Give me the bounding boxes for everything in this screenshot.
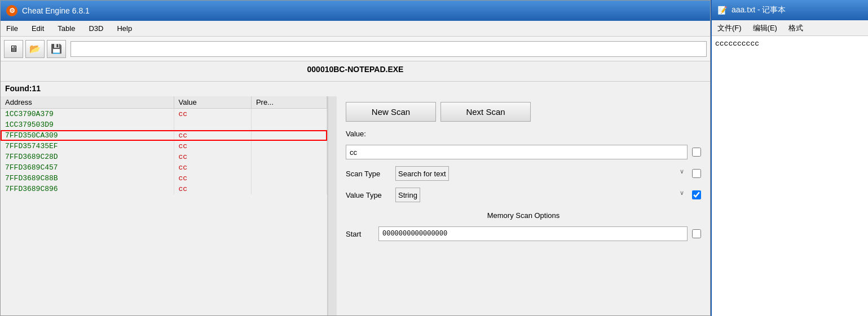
ce-icon: ⚙	[6, 5, 17, 16]
value-cell: cc	[174, 130, 251, 141]
value-type-label: Value Type	[346, 191, 391, 199]
value-cell: cc	[174, 141, 251, 152]
address-panel: Address Value Pre... 1CC3790A379cc1CC379…	[1, 96, 328, 315]
pre-cell	[251, 184, 327, 194]
value-type-checkbox-wrapper	[692, 190, 701, 199]
notepad-icon: 📝	[717, 6, 727, 15]
value-checkbox-wrapper	[692, 148, 701, 157]
table-row[interactable]: 7FFD3689C457cc	[1, 162, 327, 173]
col-address: Address	[1, 96, 174, 109]
address-cell: 7FFD3689C28D	[1, 152, 174, 162]
value-label: Value:	[346, 130, 391, 138]
value-cell	[174, 119, 251, 130]
notepad-menu-edit[interactable]: 编辑(E)	[751, 22, 779, 34]
menu-help[interactable]: Help	[114, 23, 134, 34]
pre-cell	[251, 173, 327, 184]
scan-type-checkbox[interactable]	[692, 169, 701, 178]
address-cell: 7FFD357435EF	[1, 141, 174, 152]
notepad-title-text: aaa.txt - 记事本	[732, 5, 786, 15]
value-type-select-wrapper: String	[395, 188, 688, 202]
value-checkbox[interactable]	[692, 148, 701, 157]
scan-type-checkbox-wrapper	[692, 169, 701, 178]
next-scan-button[interactable]: Next Scan	[440, 102, 531, 122]
value-cell: cc	[174, 162, 251, 173]
table-row[interactable]: 7FFD357435EFcc	[1, 141, 327, 152]
menu-table[interactable]: Table	[55, 23, 77, 34]
address-cell: 7FFD350CA309	[1, 130, 174, 141]
address-cell: 7FFD3689C88B	[1, 173, 174, 184]
start-checkbox[interactable]	[692, 229, 701, 238]
start-input[interactable]	[378, 226, 688, 241]
pre-cell	[251, 152, 327, 162]
scan-buttons: New Scan Next Scan	[346, 102, 701, 122]
start-label: Start	[346, 230, 374, 238]
value-type-row: Value Type String	[346, 188, 701, 202]
notepad-content: cccccccccc	[712, 36, 868, 316]
cheat-engine-window: ⚙ Cheat Engine 6.8.1 File Edit Table D3D…	[0, 0, 711, 316]
toolbar-open-file[interactable]: 📂	[25, 40, 45, 58]
scan-panel: New Scan Next Scan Value: Scan Type Sear…	[337, 96, 710, 315]
address-cell: 7FFD3689C896	[1, 184, 174, 194]
memory-scan-label: Memory Scan Options	[346, 211, 701, 220]
menu-edit[interactable]: Edit	[29, 23, 46, 34]
table-row[interactable]: 7FFD350CA309cc	[1, 130, 327, 141]
value-cell: cc	[174, 173, 251, 184]
notepad-menu-file[interactable]: 文件(F)	[715, 22, 744, 34]
address-cell: 1CC379503D9	[1, 119, 174, 130]
table-row[interactable]: 7FFD3689C88Bcc	[1, 173, 327, 184]
value-input-row	[346, 145, 701, 159]
list-scrollbar[interactable]	[328, 96, 337, 315]
value-type-select[interactable]: String	[395, 188, 420, 202]
table-row[interactable]: 1CC3790A379cc	[1, 109, 327, 120]
col-pre: Pre...	[251, 96, 327, 109]
ce-title-bar: ⚙ Cheat Engine 6.8.1	[1, 1, 710, 21]
value-cell: cc	[174, 152, 251, 162]
value-type-checkbox[interactable]	[692, 190, 701, 199]
value-input[interactable]	[346, 145, 688, 159]
ce-menu-bar: File Edit Table D3D Help	[1, 21, 710, 37]
start-checkbox-wrapper	[692, 229, 701, 238]
value-row: Value:	[346, 130, 701, 138]
value-cell: cc	[174, 184, 251, 194]
address-table: Address Value Pre... 1CC3790A379cc1CC379…	[1, 96, 327, 194]
toolbar-open-process[interactable]: 🖥	[4, 40, 23, 58]
process-title: 000010BC-NOTEPAD.EXE	[1, 61, 710, 82]
found-count: Found:11	[1, 82, 710, 96]
table-row[interactable]: 7FFD3689C896cc	[1, 184, 327, 194]
toolbar-save[interactable]: 💾	[47, 40, 66, 58]
col-value: Value	[174, 96, 251, 109]
notepad-window: 📝 aaa.txt - 记事本 文件(F) 编辑(E) 格式 ccccccccc…	[711, 0, 868, 316]
address-cell: 1CC3790A379	[1, 109, 174, 120]
scan-type-select-wrapper: Search for text	[395, 166, 688, 181]
ce-toolbar: 🖥 📂 💾	[1, 37, 710, 61]
address-cell: 7FFD3689C457	[1, 162, 174, 173]
pre-cell	[251, 119, 327, 130]
table-row[interactable]: 7FFD3689C28Dcc	[1, 152, 327, 162]
scan-type-select[interactable]: Search for text	[395, 166, 449, 181]
pre-cell	[251, 130, 327, 141]
start-row: Start	[346, 226, 701, 241]
scan-type-row: Scan Type Search for text	[346, 166, 701, 181]
scan-type-label: Scan Type	[346, 170, 391, 178]
pre-cell	[251, 162, 327, 173]
ce-title: Cheat Engine 6.8.1	[22, 6, 90, 15]
menu-d3d[interactable]: D3D	[86, 23, 105, 34]
main-content: Address Value Pre... 1CC3790A379cc1CC379…	[1, 96, 710, 315]
table-row[interactable]: 1CC379503D9	[1, 119, 327, 130]
notepad-title-bar: 📝 aaa.txt - 记事本	[712, 0, 868, 20]
pre-cell	[251, 109, 327, 120]
notepad-menu-bar: 文件(F) 编辑(E) 格式	[712, 20, 868, 36]
notepad-menu-format[interactable]: 格式	[786, 22, 805, 34]
value-cell: cc	[174, 109, 251, 120]
pre-cell	[251, 141, 327, 152]
new-scan-button[interactable]: New Scan	[346, 102, 436, 122]
menu-file[interactable]: File	[4, 23, 20, 34]
